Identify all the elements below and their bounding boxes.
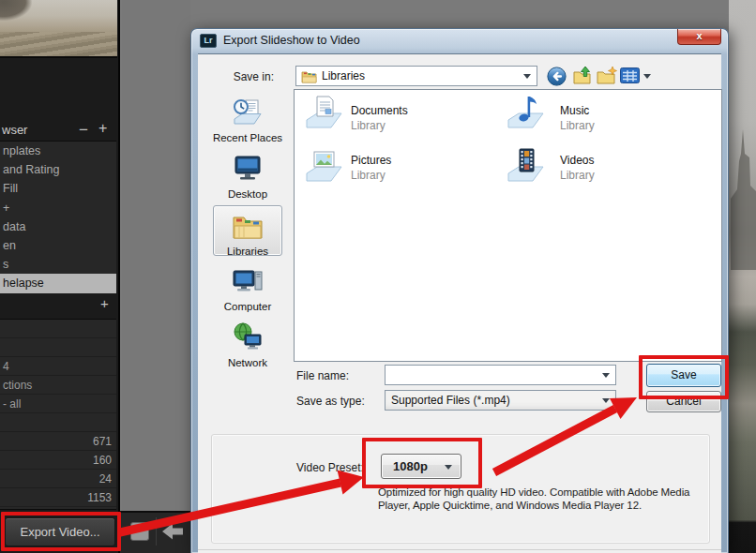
chevron-down-icon [602,398,610,403]
place-label: Computer [204,301,291,312]
stop-icon[interactable] [130,522,149,541]
list-item[interactable]: 24 [0,470,116,488]
screenshot-root: wser − + nplates and Rating Fill + data … [0,0,756,553]
network-icon [232,321,264,351]
list-item-selected-timelapse[interactable]: helapse [0,274,116,292]
background-photo [729,0,756,553]
list-item[interactable]: data [0,217,116,236]
place-label: Recent Places [204,132,291,143]
file-item-name[interactable]: Music [560,104,589,117]
chevron-down-icon [523,74,531,79]
panel-expand-icon[interactable]: + [98,123,107,134]
file-item-kind: Library [351,119,386,132]
collections-list: 4 ctions - all 671 160 24 1153 [0,319,116,510]
save-in-dropdown[interactable]: Libraries [295,66,537,86]
list-item[interactable]: s [0,255,116,274]
lightroom-canvas [122,0,190,553]
back-button-icon[interactable] [547,67,567,86]
sidebar-item-computer[interactable]: Computer [204,265,291,312]
music-library-icon[interactable] [504,93,547,130]
previous-arrow-icon[interactable] [160,520,186,543]
list-item[interactable]: 4 [0,357,116,376]
file-name-label: File name: [296,369,349,382]
dialog-bottom-divider [198,549,721,550]
libraries-icon [231,210,265,240]
save-as-type-value: Supported Files (*.mp4) [391,394,510,407]
list-item[interactable]: 1153 [0,488,116,507]
list-item[interactable] [0,338,116,357]
castle-silhouette [731,129,756,270]
preset-description-line2: Player, Apple Quicktime, and Windows Med… [378,500,642,511]
up-one-level-icon[interactable] [572,66,593,86]
list-item[interactable]: + [0,199,116,217]
template-browser-list: nplates and Rating Fill + data en s hela… [0,141,116,292]
view-menu-chevron-icon[interactable] [643,74,651,79]
video-preset-label: Video Preset: [296,461,364,474]
file-item-name[interactable]: Videos [560,154,594,167]
annotation-box-save [639,355,729,399]
computer-icon [232,265,264,295]
list-item[interactable] [0,413,116,432]
videos-library-icon[interactable] [504,146,547,184]
list-item[interactable]: 160 [0,451,116,470]
list-item[interactable]: - all [0,395,116,413]
sidebar-item-network[interactable]: Network [204,321,291,368]
annotation-box-preset [362,438,482,488]
sidebar-item-libraries[interactable]: Libraries [204,210,291,257]
save-as-type-label: Save as type: [296,395,365,408]
lightroom-app-icon: Lr [200,34,217,48]
file-item-kind: Library [560,169,595,182]
place-label: Libraries [204,246,291,257]
list-item[interactable]: Fill [0,179,116,198]
list-item[interactable]: en [0,236,116,255]
file-item-kind: Library [351,169,386,182]
list-item[interactable]: ctions [0,376,116,395]
list-item[interactable]: and Rating [0,160,116,179]
save-in-value: Libraries [322,69,365,82]
save-as-type-dropdown[interactable]: Supported Files (*.mp4) [385,390,616,411]
chevron-down-icon [602,373,610,378]
place-label: Desktop [204,188,291,200]
libraries-folder-icon [301,69,317,83]
sidebar-item-desktop[interactable]: Desktop [204,153,291,200]
annotation-box-export-video [1,512,121,551]
toolbar-divider [156,517,157,546]
dialog-title: Export Slideshow to Video [223,34,360,47]
view-menu-icon[interactable] [620,67,640,83]
new-folder-icon[interactable] [597,66,618,86]
file-item-kind: Library [560,119,595,132]
file-item-name[interactable]: Pictures [351,154,391,167]
navigator-photo-thumbnail [0,0,117,58]
sidebar-item-recent-places[interactable]: Recent Places [204,97,291,143]
documents-library-icon[interactable] [302,93,345,130]
pictures-library-icon[interactable] [302,146,345,184]
close-button[interactable]: x [677,29,721,45]
list-item[interactable]: nplates [0,142,116,160]
recent-places-icon [232,97,264,127]
desktop-icon [232,153,264,183]
template-browser-header: wser [2,123,27,137]
add-collection-icon[interactable]: + [100,298,109,309]
save-in-label: Save in: [216,70,274,83]
file-name-input[interactable] [385,365,616,385]
list-item[interactable] [0,320,116,338]
photo-sand [0,32,117,56]
panel-collapse-icon[interactable]: − [79,125,88,136]
place-label: Network [204,357,291,368]
photo-rock [0,0,32,21]
file-item-name[interactable]: Documents [351,104,408,117]
list-item[interactable]: 671 [0,432,116,451]
